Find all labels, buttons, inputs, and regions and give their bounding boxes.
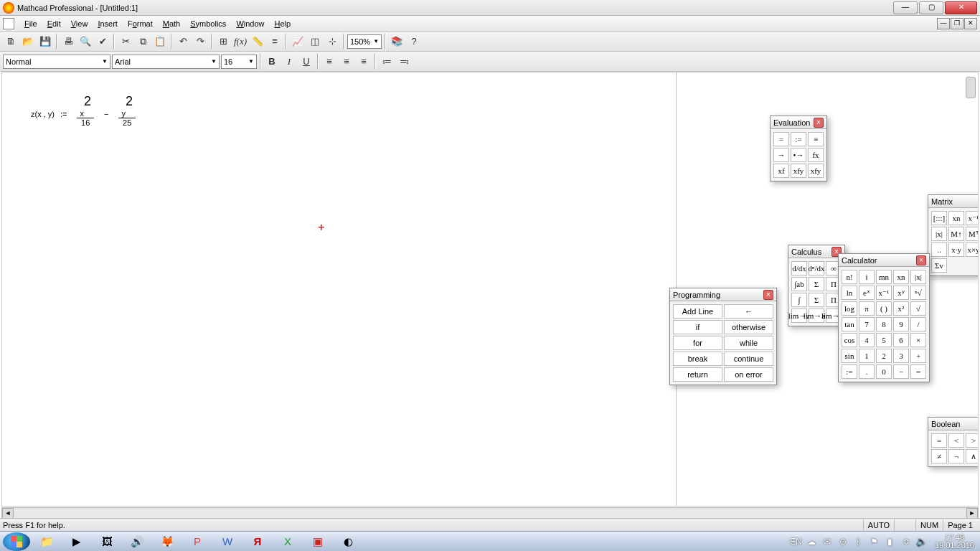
- menu-help[interactable]: Help: [270, 18, 296, 29]
- underline-button[interactable]: U: [298, 54, 314, 70]
- palette-button[interactable]: .: [859, 364, 875, 379]
- graph-icon[interactable]: 📈: [290, 34, 306, 50]
- menu-edit[interactable]: Edit: [43, 18, 65, 29]
- palette-button[interactable]: Σv: [931, 258, 947, 273]
- palette-button[interactable]: for: [673, 336, 722, 350]
- palette-button[interactable]: Mᵀ: [966, 227, 979, 241]
- palette-button[interactable]: n!: [842, 270, 857, 284]
- palette-button[interactable]: ( ): [876, 301, 892, 316]
- palette-button[interactable]: Add Line: [673, 304, 722, 319]
- save-icon[interactable]: 💾: [37, 34, 53, 50]
- palette-button[interactable]: −: [893, 364, 909, 379]
- palette-button[interactable]: xfy: [808, 164, 824, 178]
- palette-button[interactable]: x⁻¹: [966, 211, 979, 225]
- worksheet[interactable]: z(x , y) := x2 16 − y2 25 +: [2, 72, 677, 506]
- palette-button[interactable]: on error: [724, 367, 773, 382]
- equation-region[interactable]: z(x , y) := x2 16 − y2 25: [31, 101, 140, 127]
- minimize-button[interactable]: —: [893, 1, 918, 14]
- document-icon[interactable]: [3, 18, 14, 29]
- palette-button[interactable]: d/dx: [791, 261, 807, 276]
- palette-button[interactable]: Σ: [809, 277, 824, 291]
- palette-button[interactable]: 5: [876, 333, 892, 347]
- palette-button[interactable]: [:::]: [931, 211, 947, 225]
- palette-header[interactable]: Evaluation×: [771, 116, 826, 129]
- palette-button[interactable]: fx: [808, 148, 824, 162]
- close-icon[interactable]: ×: [814, 118, 824, 128]
- palette-button[interactable]: Σ: [809, 293, 824, 307]
- new-icon[interactable]: 🗎: [3, 34, 19, 50]
- palette-button[interactable]: 8: [876, 317, 892, 331]
- palette-button[interactable]: 2: [876, 349, 892, 363]
- inner-close-button[interactable]: ✕: [964, 18, 977, 29]
- scroll-right-button[interactable]: ►: [966, 508, 978, 519]
- open-icon[interactable]: 📂: [20, 34, 36, 50]
- palette-header[interactable]: Programming×: [670, 288, 776, 301]
- palette-button[interactable]: break: [673, 352, 722, 366]
- palette-button[interactable]: 4: [859, 333, 875, 347]
- bullet-list-icon[interactable]: ≔: [379, 54, 395, 70]
- cut-icon[interactable]: ✂: [118, 34, 133, 50]
- palette-header[interactable]: Calculus×: [788, 245, 844, 258]
- tray-lang[interactable]: EN: [790, 537, 801, 547]
- menu-format[interactable]: Format: [123, 18, 157, 29]
- zoom-combo[interactable]: 150% ▼: [347, 34, 382, 49]
- palette-button[interactable]: xʸ: [893, 286, 909, 300]
- italic-button[interactable]: I: [281, 54, 297, 70]
- palette-button[interactable]: 3: [893, 349, 909, 363]
- palette-button[interactable]: sin: [842, 349, 857, 363]
- palette-button[interactable]: ⁿ√: [910, 286, 926, 300]
- tray-wifi-icon[interactable]: ≎: [900, 537, 912, 547]
- palette-button[interactable]: x⁻¹: [876, 286, 892, 300]
- undo-icon[interactable]: ↶: [175, 34, 191, 50]
- tray-clock[interactable]: 17:48 19.01.2016: [932, 534, 977, 550]
- palette-button[interactable]: /: [910, 317, 926, 331]
- palette-button[interactable]: mn: [876, 270, 892, 284]
- palette-button[interactable]: •→: [791, 148, 806, 162]
- menu-file[interactable]: File: [20, 18, 42, 29]
- calculate-icon[interactable]: =: [267, 34, 283, 50]
- palette-header[interactable]: Boolean: [928, 418, 979, 430]
- palette-button[interactable]: ..: [931, 242, 947, 257]
- tray-flag-icon[interactable]: ⚑: [869, 537, 880, 547]
- taskbar-explorer-icon[interactable]: 📁: [33, 533, 60, 550]
- palette-button[interactable]: log: [842, 301, 857, 316]
- palette-button[interactable]: ln: [842, 286, 857, 300]
- menu-math[interactable]: Math: [159, 18, 184, 29]
- palette-button[interactable]: tan: [842, 317, 857, 331]
- taskbar-powerpoint-icon[interactable]: P: [184, 533, 211, 550]
- palette-button[interactable]: =: [910, 364, 926, 379]
- number-list-icon[interactable]: ≕: [396, 54, 412, 70]
- scroll-track[interactable]: [14, 508, 966, 519]
- menu-symbolics[interactable]: Symbolics: [186, 18, 230, 29]
- align-center-icon[interactable]: ≡: [339, 54, 354, 70]
- bold-button[interactable]: B: [264, 54, 280, 70]
- palette-button[interactable]: π: [859, 301, 875, 316]
- taskbar-mathcad-icon[interactable]: ◐: [334, 533, 362, 550]
- palette-button[interactable]: 9: [893, 317, 909, 331]
- palette-button[interactable]: xf: [773, 164, 789, 178]
- insert-function-icon[interactable]: f(x): [232, 34, 248, 50]
- palette-button[interactable]: 0: [876, 364, 892, 379]
- palette-button[interactable]: ¬: [948, 449, 964, 463]
- close-icon[interactable]: ×: [916, 255, 926, 265]
- tray-bluetooth-icon[interactable]: ᛒ: [853, 537, 864, 547]
- palette-button[interactable]: ∧: [966, 449, 979, 463]
- palette-button[interactable]: |x|: [931, 227, 947, 241]
- palette-button[interactable]: M↑: [948, 227, 964, 241]
- palette-button[interactable]: ×: [910, 333, 926, 347]
- palette-button[interactable]: xn: [948, 211, 964, 225]
- palette-header[interactable]: Calculator×: [839, 254, 929, 267]
- insert-component-icon[interactable]: ◫: [307, 34, 323, 50]
- palette-button[interactable]: while: [724, 336, 773, 350]
- help-icon[interactable]: ?: [406, 34, 422, 50]
- insert-unit-icon[interactable]: 📏: [250, 34, 265, 50]
- palette-button[interactable]: i: [859, 270, 875, 284]
- palette-header[interactable]: Matrix: [928, 195, 979, 208]
- palette-button[interactable]: 6: [893, 333, 909, 347]
- palette-button[interactable]: ∫: [791, 293, 807, 307]
- palette-button[interactable]: <: [948, 433, 964, 448]
- palette-button[interactable]: continue: [724, 352, 773, 366]
- palette-button[interactable]: cos: [842, 333, 857, 347]
- close-button[interactable]: ✕: [945, 1, 977, 14]
- align-regions-icon[interactable]: ⊞: [215, 34, 231, 50]
